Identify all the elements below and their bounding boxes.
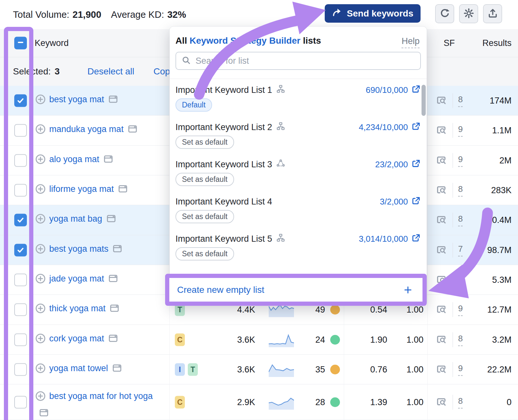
create-new-list-highlight-annotation: Create new empty list: [165, 274, 427, 306]
add-to-list-icon[interactable]: [35, 183, 46, 199]
keyword-link[interactable]: alo yoga mat: [49, 154, 99, 164]
row-checkbox[interactable]: [14, 304, 27, 316]
help-link[interactable]: Help: [401, 36, 420, 48]
add-to-list-icon[interactable]: [35, 213, 46, 228]
send-keywords-button[interactable]: Send keywords: [325, 4, 421, 23]
serp-preview-icon[interactable]: [103, 154, 113, 168]
serp-viewer-icon[interactable]: [436, 125, 447, 136]
add-to-list-icon[interactable]: [35, 94, 46, 109]
serp-viewer-icon[interactable]: [436, 155, 447, 166]
set-as-default-button[interactable]: Set as default: [175, 210, 234, 223]
keyword-list-item[interactable]: Important Keyword List 323/2,000Set as d…: [175, 155, 421, 193]
keyword-link[interactable]: yoga mat towel: [49, 363, 108, 373]
add-to-list-icon[interactable]: [35, 124, 46, 139]
list-name[interactable]: Important Keyword List 1: [175, 83, 285, 96]
row-checkbox[interactable]: [14, 154, 27, 167]
refresh-button[interactable]: [435, 4, 454, 23]
list-name[interactable]: Important Keyword List 2: [175, 121, 285, 134]
export-button[interactable]: [483, 4, 502, 23]
keyword-link[interactable]: best yoga mat: [49, 94, 104, 104]
keyword-link[interactable]: best yoga mats: [49, 244, 108, 254]
list-name[interactable]: Important Keyword List 4: [175, 195, 272, 208]
serp-preview-icon[interactable]: [39, 408, 49, 420]
serp-viewer-icon[interactable]: [436, 245, 447, 256]
serp-viewer-icon[interactable]: [436, 215, 447, 226]
keyword-list-item[interactable]: Important Keyword List 24,234/10,000Set …: [175, 118, 421, 155]
external-link-icon[interactable]: [411, 84, 421, 96]
settings-button[interactable]: [459, 4, 478, 23]
row-checkbox[interactable]: [14, 273, 27, 286]
set-as-default-button[interactable]: Set as default: [175, 136, 234, 149]
list-search-box[interactable]: [175, 52, 421, 70]
keyword-link[interactable]: cork yoga mat: [49, 334, 104, 343]
create-new-empty-list-button[interactable]: Create new empty list: [177, 278, 264, 302]
keyword-list-item[interactable]: Important Keyword List 53,014/10,000Set …: [175, 230, 421, 267]
list-count-link[interactable]: 3,014/10,000: [359, 232, 421, 245]
keyword-list-item[interactable]: Important Keyword List 1690/10,000Defaul…: [175, 81, 421, 118]
keyword-strategy-builder-link[interactable]: Keyword Strategy Builder: [190, 36, 300, 46]
list-name[interactable]: Important Keyword List 3: [175, 158, 285, 171]
add-to-list-icon[interactable]: [35, 303, 46, 318]
keyword-list-item[interactable]: Important Keyword List 43/2,000Set as de…: [175, 193, 421, 230]
serp-viewer-icon[interactable]: [436, 334, 447, 345]
row-checkbox[interactable]: [14, 333, 27, 346]
indeterminate-minus-icon: [16, 38, 25, 48]
serp-preview-icon[interactable]: [109, 303, 119, 317]
serp-preview-icon[interactable]: [118, 184, 128, 198]
serp-viewer-icon[interactable]: [436, 397, 447, 408]
keyword-link[interactable]: best yoga mat for hot yoga: [49, 391, 153, 401]
keyword-column-header[interactable]: Keyword: [35, 29, 69, 57]
list-count-link[interactable]: 3/2,000: [380, 195, 421, 208]
sf-divider: [453, 395, 453, 410]
add-to-list-icon[interactable]: [35, 363, 46, 378]
serp-viewer-icon[interactable]: [436, 304, 447, 315]
add-to-list-icon[interactable]: [35, 273, 46, 288]
set-as-default-button[interactable]: Set as default: [175, 173, 234, 186]
row-checkbox[interactable]: [14, 214, 27, 227]
results-column-header[interactable]: Results: [460, 29, 512, 57]
serp-preview-icon[interactable]: [112, 244, 122, 258]
serp-viewer-icon[interactable]: [436, 364, 447, 375]
list-count-link[interactable]: 23/2,000: [375, 158, 421, 171]
list-name[interactable]: Important Keyword List 5: [175, 232, 285, 245]
serp-viewer-icon[interactable]: [436, 274, 447, 285]
set-as-default-button[interactable]: Set as default: [175, 247, 234, 260]
external-link-icon[interactable]: [411, 233, 421, 245]
keyword-link[interactable]: manduka yoga mat: [49, 124, 124, 134]
serp-viewer-icon[interactable]: [436, 95, 447, 106]
external-link-icon[interactable]: [411, 159, 421, 171]
keyword-link[interactable]: liforme yoga mat: [49, 184, 114, 194]
row-checkbox[interactable]: [14, 184, 27, 196]
serp-preview-icon[interactable]: [108, 94, 118, 108]
intent-badge: C: [175, 396, 185, 408]
keyword-link[interactable]: yoga mat bag: [49, 214, 102, 224]
plus-icon[interactable]: [403, 285, 413, 295]
results-value: 30.4M: [460, 215, 512, 225]
keyword-link[interactable]: thick yoga mat: [49, 304, 106, 313]
serp-preview-icon[interactable]: [128, 124, 138, 138]
list-search-input[interactable]: [196, 56, 403, 66]
add-to-list-icon[interactable]: [35, 243, 46, 259]
external-link-icon[interactable]: [411, 196, 421, 208]
row-checkbox[interactable]: [14, 94, 27, 107]
add-to-list-icon[interactable]: [35, 154, 46, 169]
popup-scrollbar-thumb[interactable]: [422, 85, 426, 116]
external-link-icon[interactable]: [411, 121, 421, 133]
row-checkbox[interactable]: [14, 396, 27, 408]
row-checkbox[interactable]: [14, 363, 27, 376]
list-count-link[interactable]: 690/10,000: [366, 83, 421, 96]
add-to-list-icon[interactable]: [35, 333, 46, 348]
select-all-checkbox[interactable]: [14, 37, 27, 50]
row-checkbox[interactable]: [14, 244, 27, 256]
table-row: cork yoga matC3.6K241.901.0083.2M: [0, 325, 518, 355]
row-checkbox[interactable]: [14, 124, 27, 137]
deselect-all-link[interactable]: Deselect all: [87, 57, 134, 86]
list-count-link[interactable]: 4,234/10,000: [359, 121, 421, 134]
add-to-list-icon[interactable]: [35, 391, 46, 406]
serp-preview-icon[interactable]: [106, 214, 116, 228]
serp-viewer-icon[interactable]: [436, 185, 447, 196]
serp-preview-icon[interactable]: [108, 273, 118, 288]
serp-preview-icon[interactable]: [112, 363, 122, 377]
serp-preview-icon[interactable]: [108, 333, 118, 348]
keyword-link[interactable]: jade yoga mat: [49, 274, 104, 283]
